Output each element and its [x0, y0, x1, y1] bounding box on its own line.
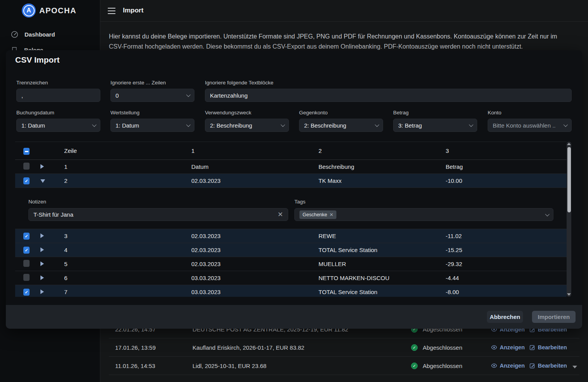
import-table-row[interactable]: ✓202.03.2023TK Maxx-10.00 [15, 174, 567, 188]
expand-row-icon[interactable] [40, 275, 64, 281]
anzeigen-link[interactable]: Anzeigen [491, 344, 530, 350]
expand-row-icon[interactable] [40, 261, 64, 267]
row-checkbox[interactable]: ✓ [23, 233, 30, 240]
receipt-row: 11.01.26, 14:53Lidl, 2025-10-31, EUR 23.… [109, 357, 579, 375]
import-table: Zeile 1 2 3 1DatumBeschreibungBetrag✓202… [15, 142, 571, 297]
import-table-row[interactable]: 1DatumBeschreibungBetrag [15, 160, 567, 174]
cell-zeile: 7 [64, 289, 191, 295]
cell-col1: 02.03.2023 [191, 233, 318, 239]
import-table-row[interactable]: 603.03.2023NETTO MARKEN-DISCOU-4.44 [15, 271, 567, 285]
cell-col3: -10.00 [446, 177, 567, 184]
app-logo[interactable]: A APOCHA [22, 4, 77, 18]
csv-import-dialog: CSV Import Trennzeichen , Ignoriere erst… [6, 50, 582, 329]
status-text: Abgeschlossen [423, 363, 462, 369]
import-table-row[interactable]: 502.03.2023MUELLER-29.32 [15, 257, 567, 271]
edit-icon [530, 363, 535, 368]
gegenkonto-select[interactable]: 2: Beschreibung [299, 119, 383, 132]
anzeigen-link[interactable]: Anzeigen [491, 363, 530, 369]
cell-col2: NETTO MARKEN-DISCOU [318, 275, 446, 281]
expand-row-icon[interactable] [40, 233, 64, 239]
verwendungszweck-label: Verwendungszweck [205, 110, 251, 116]
receipt-datetime: 17.01.26, 13:59 [115, 344, 192, 351]
receipt-datetime: 11.01.26, 14:53 [115, 363, 192, 369]
row-checkbox[interactable] [23, 260, 30, 267]
chevron-down-icon [92, 123, 96, 127]
ignore-rows-select[interactable]: 0 [110, 89, 194, 102]
row-checkbox[interactable] [23, 163, 30, 170]
row-checkbox[interactable]: ✓ [23, 247, 30, 254]
trennzeichen-input[interactable]: , [16, 89, 100, 102]
buchungsdatum-select[interactable]: 1: Datum [16, 119, 100, 132]
import-description: Hier kannst du deine Belege importieren.… [109, 32, 568, 52]
cell-col3: -8.00 [446, 289, 567, 295]
cell-col1: 02.03.2023 [191, 247, 318, 253]
expand-row-icon[interactable] [40, 289, 64, 295]
import-table-row[interactable]: ✓402.03.2023TOTAL Service Station-15.25 [15, 243, 567, 257]
select-all-checkbox[interactable] [23, 148, 30, 155]
import-button[interactable]: Importieren [532, 311, 576, 323]
cell-col2: MUELLER [318, 261, 446, 267]
tags-select[interactable]: Geschenke ✕ [294, 208, 553, 221]
cell-col2: TK Maxx [318, 177, 446, 184]
sidebar-item-label: Dashboard [24, 31, 55, 38]
cell-zeile: 4 [64, 247, 191, 253]
bearbeiten-link[interactable]: Bearbeiten [530, 344, 579, 350]
expand-row-icon[interactable] [40, 163, 64, 170]
receipt-row: 17.01.26, 13:59Kaufland Eriskirch, 2026-… [109, 338, 579, 357]
gegenkonto-label: Gegenkonto [299, 110, 328, 116]
status-check-icon: ✓ [411, 363, 418, 369]
ignore-blocks-label: Ignoriere folgende Textblöcke [205, 80, 273, 86]
konto-select[interactable]: Bitte Konto auswählen .. [488, 119, 572, 132]
row-detail-panel: Notizen T-Shirt für Jana ✕ Tags Geschenk… [15, 188, 567, 229]
eye-icon [491, 345, 497, 350]
cell-col2: Beschreibung [318, 163, 446, 170]
scroll-down-icon[interactable] [572, 366, 577, 368]
sidebar-item-dashboard[interactable]: Dashboard [0, 29, 100, 40]
table-scrollbar[interactable] [567, 142, 571, 297]
cell-zeile: 1 [64, 163, 191, 170]
import-table-row[interactable]: ✓302.03.2023REWE-11.02 [15, 229, 567, 243]
cell-col2: REWE [318, 233, 446, 239]
menu-icon[interactable] [108, 8, 116, 14]
bearbeiten-link[interactable]: Bearbeiten [530, 363, 579, 369]
cell-col3: -15.25 [446, 247, 567, 253]
chevron-down-icon [186, 93, 191, 97]
collapse-row-icon[interactable] [40, 177, 64, 184]
brand-name: APOCHA [39, 6, 77, 15]
topbar: Import [100, 0, 588, 22]
verwendungszweck-select[interactable]: 2: Beschreibung [205, 119, 289, 132]
notizen-input[interactable]: T-Shirt für Jana ✕ [28, 208, 288, 221]
import-table-row[interactable]: ✓703.03.2023TOTAL Service Station-8.00 [15, 285, 567, 297]
wertstellung-select[interactable]: 1: Datum [110, 119, 194, 132]
cell-zeile: 6 [64, 275, 191, 281]
eye-icon [491, 363, 497, 368]
tag-chip[interactable]: Geschenke ✕ [299, 210, 336, 219]
ignore-rows-label: Ignoriere erste ... Zeilen [110, 80, 166, 86]
expand-row-icon[interactable] [40, 247, 64, 253]
remove-tag-icon[interactable]: ✕ [329, 212, 333, 217]
cell-col2: TOTAL Service Station [318, 289, 446, 295]
cell-col1: 03.03.2023 [191, 289, 318, 295]
dialog-footer: Abbrechen Importieren [6, 305, 582, 329]
cell-col1: 02.03.2023 [191, 261, 318, 267]
cell-zeile: 3 [64, 233, 191, 239]
row-checkbox[interactable] [23, 274, 30, 281]
dialog-title: CSV Import [15, 55, 60, 65]
betrag-select[interactable]: 3: Betrag [393, 119, 477, 132]
chevron-down-icon [186, 123, 191, 127]
scroll-up-icon[interactable] [567, 143, 571, 145]
cell-col3: -11.02 [446, 233, 567, 239]
cell-col1: 03.03.2023 [191, 275, 318, 281]
row-checkbox[interactable]: ✓ [23, 289, 30, 296]
clear-notizen-icon[interactable]: ✕ [278, 210, 283, 219]
cell-zeile: 2 [64, 177, 191, 184]
cell-col2: TOTAL Service Station [318, 247, 446, 253]
row-checkbox[interactable]: ✓ [23, 177, 30, 184]
cancel-button[interactable]: Abbrechen [487, 311, 523, 323]
scrollbar-thumb[interactable] [567, 147, 571, 212]
cell-col3: -4.44 [446, 275, 567, 281]
scroll-down-icon[interactable] [567, 293, 571, 296]
notizen-label: Notizen [28, 199, 46, 205]
chevron-down-icon [564, 123, 568, 127]
ignore-blocks-input[interactable]: Kartenzahlung [205, 89, 572, 102]
